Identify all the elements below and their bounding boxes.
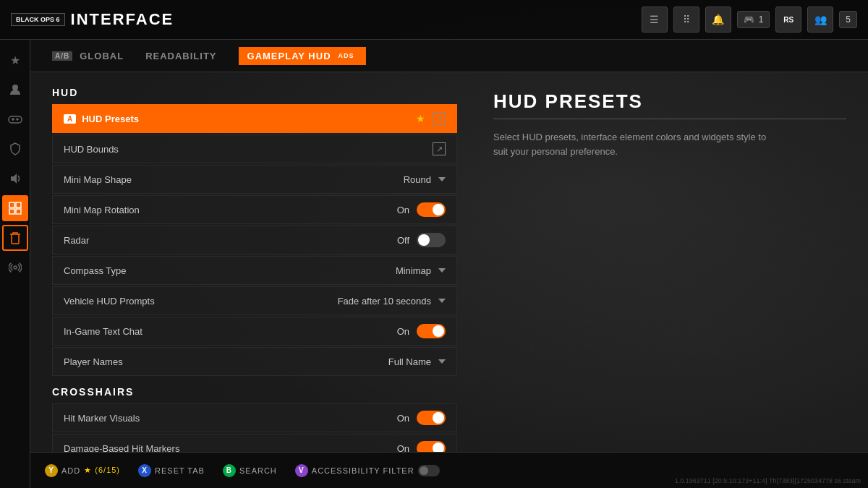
- add-label: ADD: [61, 466, 80, 475]
- main-content: HUD A HUD Presets ★ HUD Bounds Mini Map …: [30, 72, 868, 452]
- accessibility-toggle[interactable]: [418, 465, 440, 476]
- setting-label-compass-type: Compass Type: [64, 265, 396, 276]
- setting-row-radar[interactable]: Radar Off: [52, 226, 457, 254]
- logo-area: BLACK OPS 6 INTERFACE: [11, 10, 174, 29]
- setting-value-in-game-text-chat: On: [397, 324, 446, 338]
- reset-tab-label: RESET TAB: [155, 466, 205, 475]
- hit-marker-visuals-value: On: [397, 413, 409, 424]
- hit-marker-visuals-toggle[interactable]: [417, 411, 446, 425]
- tab-gameplay-hud[interactable]: GAMEPLAY HUD ADS: [239, 47, 366, 65]
- in-game-text-chat-value: On: [397, 326, 409, 337]
- chevron-player-names: [438, 359, 446, 364]
- setting-label-radar: Radar: [64, 235, 397, 246]
- friends-count-area: 5: [839, 11, 857, 28]
- tab-global[interactable]: A/B GLOBAL: [52, 47, 124, 65]
- sidebar-icon-controller[interactable]: [2, 106, 28, 132]
- user-avatar: 🎮: [744, 14, 754, 25]
- svg-point-10: [14, 266, 17, 269]
- accessibility-filter-button[interactable]: V ACCESSIBILITY FILTER: [295, 464, 440, 477]
- version-text: 1.0.1963711 [20:5:10:173+11:4] Th[7383][…: [675, 477, 861, 484]
- info-panel: HUD Presets Select HUD presets, interfac…: [472, 72, 868, 452]
- star-icon: ★: [416, 113, 425, 124]
- setting-label-damage-based-hit-markers: Damage-Based Hit Markers: [64, 443, 397, 453]
- setting-row-vehicle-hud-prompts[interactable]: Vehicle HUD Prompts Fade after 10 second…: [52, 286, 457, 315]
- setting-value-damage-based-hit-markers: On: [397, 441, 446, 452]
- chevron-compass-type: [438, 268, 446, 273]
- sidebar-icon-shield[interactable]: [2, 136, 28, 162]
- search-button[interactable]: B SEARCH: [223, 464, 277, 477]
- sidebar-icon-star[interactable]: ★: [2, 47, 28, 73]
- hud-bounds-link[interactable]: [433, 142, 446, 155]
- setting-row-hud-presets[interactable]: A HUD Presets ★: [52, 104, 457, 133]
- logo-box: BLACK OPS 6: [11, 13, 65, 27]
- radar-toggle[interactable]: [417, 233, 446, 247]
- settings-panel: HUD A HUD Presets ★ HUD Bounds Mini Map …: [30, 72, 472, 452]
- add-button[interactable]: Y ADD ★ (6/15): [45, 464, 120, 477]
- setting-row-in-game-text-chat[interactable]: In-Game Text Chat On: [52, 317, 457, 346]
- sidebar-icon-hud[interactable]: [2, 195, 28, 221]
- setting-label-hud-presets: HUD Presets: [82, 114, 416, 124]
- in-game-text-chat-toggle[interactable]: [417, 324, 446, 338]
- menu-icon[interactable]: ☰: [642, 7, 668, 33]
- setting-value-player-names: Full Name: [388, 356, 446, 367]
- setting-label-mini-map-rotation: Mini Map Rotation: [64, 205, 397, 215]
- reset-tab-badge: X: [138, 464, 151, 477]
- tab-navigation: A/B GLOBAL READABILITY GAMEPLAY HUD ADS: [30, 40, 868, 72]
- user-info[interactable]: 🎮 1: [737, 11, 770, 28]
- info-title-underline: [493, 119, 846, 119]
- grid-icon[interactable]: ⠿: [673, 7, 699, 33]
- tab-readability-label: READABILITY: [145, 51, 216, 61]
- radar-value: Off: [397, 235, 409, 246]
- accessibility-badge: V: [295, 464, 308, 477]
- sidebar-icon-delete[interactable]: [2, 225, 28, 251]
- svg-marker-5: [11, 174, 17, 184]
- setting-row-compass-type[interactable]: Compass Type Minimap: [52, 256, 457, 285]
- chevron-vehicle-hud-prompts: [438, 299, 446, 303]
- logo-line1: BLACK OPS 6: [16, 16, 60, 24]
- setting-row-mini-map-shape[interactable]: Mini Map Shape Round: [52, 165, 457, 194]
- damage-based-hit-markers-toggle[interactable]: [417, 441, 446, 452]
- star-count: ★ (6/15): [84, 466, 120, 475]
- setting-row-hud-bounds[interactable]: HUD Bounds: [52, 134, 457, 163]
- svg-point-4: [17, 119, 18, 120]
- top-bar: BLACK OPS 6 INTERFACE ☰ ⠿ 🔔 🎮 1 RS 👥 5: [0, 0, 868, 40]
- notification-icon[interactable]: 🔔: [705, 7, 731, 33]
- tab-gameplay-hud-badge: ADS: [336, 51, 357, 60]
- setting-row-damage-based-hit-markers[interactable]: Damage-Based Hit Markers On: [52, 434, 457, 452]
- reset-tab-button[interactable]: X RESET TAB: [138, 464, 205, 477]
- setting-row-player-names[interactable]: Player Names Full Name: [52, 347, 457, 376]
- info-title: HUD Presets: [493, 90, 846, 113]
- sidebar-icon-user[interactable]: [2, 77, 28, 103]
- svg-rect-9: [16, 209, 21, 214]
- mini-map-rotation-toggle[interactable]: [417, 202, 446, 217]
- svg-point-0: [12, 85, 18, 90]
- sidebar: ★: [0, 40, 30, 488]
- setting-value-mini-map-shape: Round: [404, 174, 446, 185]
- chevron-mini-map-shape: [438, 177, 446, 181]
- setting-label-hit-marker-visuals: Hit Marker Visuals: [64, 413, 397, 424]
- search-label: SEARCH: [239, 466, 277, 475]
- a-badge: A: [64, 114, 76, 124]
- setting-value-hit-marker-visuals: On: [397, 411, 446, 425]
- add-badge: Y: [45, 464, 58, 477]
- svg-rect-7: [16, 202, 21, 207]
- rs-badge: RS: [775, 7, 801, 33]
- hud-section-header: HUD: [52, 87, 457, 98]
- setting-label-hud-bounds: HUD Bounds: [64, 144, 433, 155]
- setting-label-in-game-text-chat: In-Game Text Chat: [64, 326, 397, 337]
- sidebar-icon-signal[interactable]: [2, 254, 28, 281]
- tab-gameplay-hud-label: GAMEPLAY HUD: [247, 51, 331, 61]
- friends-icon[interactable]: 👥: [807, 7, 833, 33]
- setting-label-vehicle-hud-prompts: Vehicle HUD Prompts: [64, 296, 338, 307]
- crosshairs-section-header: CROSSHAIRS: [52, 386, 457, 398]
- setting-value-compass-type: Minimap: [396, 265, 446, 276]
- setting-row-mini-map-rotation[interactable]: Mini Map Rotation On: [52, 195, 457, 224]
- mini-map-rotation-value: On: [397, 205, 409, 215]
- search-badge: B: [223, 464, 236, 477]
- setting-row-hit-marker-visuals[interactable]: Hit Marker Visuals On: [52, 403, 457, 432]
- tab-readability[interactable]: READABILITY: [145, 47, 216, 65]
- sidebar-icon-audio[interactable]: [2, 166, 28, 192]
- svg-rect-6: [9, 202, 14, 207]
- setting-value-mini-map-rotation: On: [397, 202, 446, 217]
- hud-presets-link[interactable]: [433, 112, 446, 125]
